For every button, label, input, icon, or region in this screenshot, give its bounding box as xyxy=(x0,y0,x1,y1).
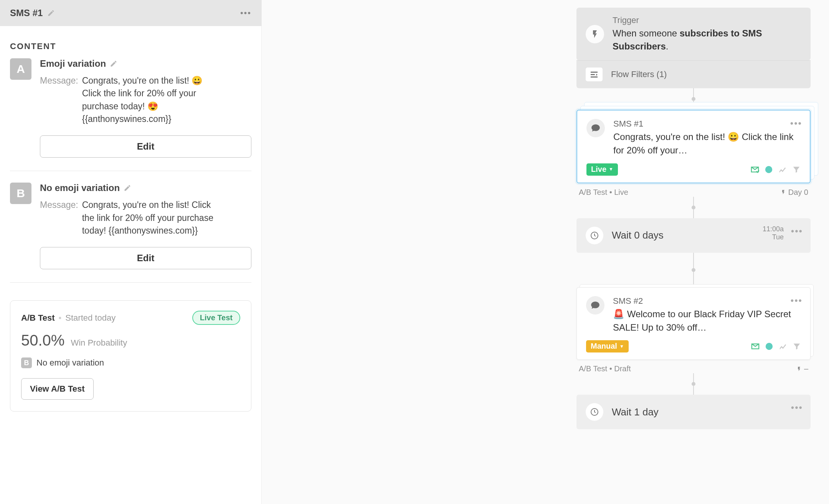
edit-variation-a-icon[interactable] xyxy=(110,60,117,68)
sms-icon xyxy=(586,119,605,137)
caret-down-icon: ▼ xyxy=(619,344,624,349)
trigger-description: When someone subscribes to SMS Subscribe… xyxy=(613,27,801,53)
sms2-meta: A/B Test • Draft – xyxy=(576,360,811,373)
sms1-options-icon[interactable]: ••• xyxy=(790,118,802,129)
svg-rect-0 xyxy=(591,72,598,73)
variation-a: A Emoji variation Message: Congrats, you… xyxy=(0,58,261,167)
variation-a-msg-label: Message: xyxy=(40,74,78,125)
winning-badge: B xyxy=(21,357,32,368)
wait2-options-icon[interactable]: ••• xyxy=(791,402,803,413)
win-probability-label: Win Probability xyxy=(71,338,127,348)
svg-rect-1 xyxy=(591,74,595,75)
variation-a-name: Emoji variation xyxy=(40,58,106,69)
flow-filters-label: Flow Filters (1) xyxy=(611,69,667,79)
wait-node-1[interactable]: ••• Wait 0 days 11:00a Tue xyxy=(576,218,811,253)
variation-b-name: No emoji variation xyxy=(40,183,120,193)
winning-variation-name: No emoji variation xyxy=(36,358,104,368)
sidebar-options-icon[interactable]: ••• xyxy=(240,8,251,18)
clock-icon xyxy=(586,227,603,244)
wait1-text: Wait 0 days xyxy=(612,229,664,241)
sms2-metrics-icons xyxy=(751,342,801,351)
funnel-icon xyxy=(792,165,801,174)
delivered-icon xyxy=(751,165,759,174)
sms1-metrics-icons xyxy=(751,165,801,174)
ab-started: Started today xyxy=(65,313,116,323)
win-probability-value: 50.0% xyxy=(21,332,64,349)
flow-filters-row[interactable]: Flow Filters (1) xyxy=(576,60,811,88)
view-ab-test-button[interactable]: View A/B Test xyxy=(21,378,94,400)
sms1-status-pill[interactable]: Live▼ xyxy=(586,163,618,176)
sms1-preview: Congrats, you're on the list! 😀 Click th… xyxy=(613,130,801,157)
variation-b-badge: B xyxy=(10,183,31,204)
divider xyxy=(10,282,251,283)
clock-metric-icon xyxy=(765,165,773,174)
divider xyxy=(10,171,251,171)
trend-icon xyxy=(779,342,787,351)
edit-variation-b-icon[interactable] xyxy=(124,184,131,192)
sms1-title: SMS #1 xyxy=(613,119,801,129)
ab-title: A/B Test xyxy=(21,313,55,323)
svg-rect-2 xyxy=(591,77,598,78)
sms2-node[interactable]: ••• SMS #2 🚨 Welcome to our Black Friday… xyxy=(576,287,811,360)
edit-variation-b-button[interactable]: Edit xyxy=(40,247,251,269)
variation-b: B No emoji variation Message: Congrats, … xyxy=(0,183,261,278)
bolt-icon xyxy=(586,25,604,43)
sms2-preview: 🚨 Welcome to our Black Friday VIP Secret… xyxy=(613,308,801,334)
ab-test-card: A/B Test • Started today Live Test 50.0%… xyxy=(10,300,251,412)
live-test-pill: Live Test xyxy=(192,311,240,325)
edit-variation-a-button[interactable]: Edit xyxy=(40,135,251,158)
trend-icon xyxy=(778,165,787,174)
wait-node-2[interactable]: ••• Wait 1 day xyxy=(576,395,811,429)
sidebar-title: SMS #1 xyxy=(10,8,43,18)
sms2-status-pill[interactable]: Manual▼ xyxy=(586,340,629,352)
variation-b-msg: Congrats, you're on the list! Click the … xyxy=(82,199,220,237)
clock-metric-icon xyxy=(765,342,773,351)
sms2-title: SMS #2 xyxy=(613,296,801,306)
variation-a-msg: Congrats, you're on the list! 😀 Click th… xyxy=(82,74,220,125)
funnel-icon xyxy=(793,342,801,351)
filter-icon xyxy=(586,68,603,81)
delivered-icon xyxy=(751,342,760,351)
wait1-time: 11:00a Tue xyxy=(763,225,784,242)
sms1-meta: A/B Test • Live Day 0 xyxy=(576,183,811,197)
content-heading: CONTENT xyxy=(0,26,261,58)
sms-icon xyxy=(586,296,604,315)
wait2-text: Wait 1 day xyxy=(612,406,659,418)
trigger-label: Trigger xyxy=(613,15,801,25)
sidebar-header: SMS #1 ••• xyxy=(0,0,261,26)
variation-a-badge: A xyxy=(10,58,31,80)
sms2-options-icon[interactable]: ••• xyxy=(791,295,803,306)
sms1-node[interactable]: ••• SMS #1 Congrats, you're on the list!… xyxy=(576,110,811,183)
wait1-options-icon[interactable]: ••• xyxy=(791,226,803,237)
caret-down-icon: ▼ xyxy=(609,166,613,172)
variation-b-msg-label: Message: xyxy=(40,199,78,237)
trigger-node[interactable]: Trigger When someone subscribes to SMS S… xyxy=(576,8,811,88)
flow-canvas[interactable]: Trigger When someone subscribes to SMS S… xyxy=(262,0,829,504)
dot-separator: • xyxy=(59,313,62,323)
clock-icon xyxy=(586,403,603,421)
edit-title-icon[interactable] xyxy=(47,9,55,17)
sidebar: SMS #1 ••• CONTENT A Emoji variation Mes… xyxy=(0,0,262,504)
